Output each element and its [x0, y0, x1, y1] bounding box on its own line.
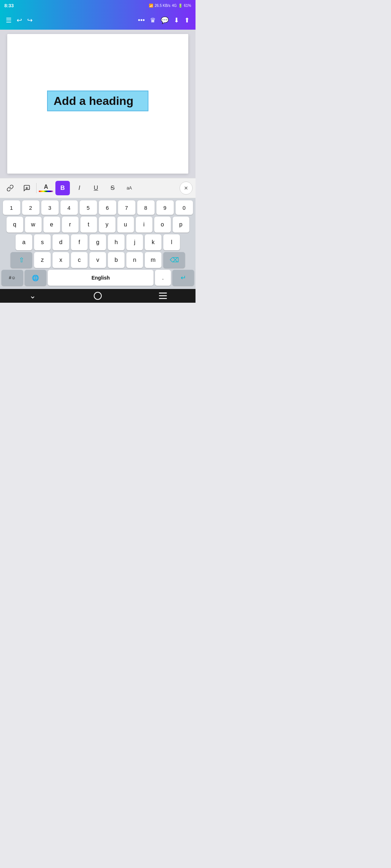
- nav-menu-button[interactable]: [152, 289, 174, 303]
- enter-key[interactable]: ↵: [172, 270, 194, 286]
- nav-home-icon: [94, 292, 102, 300]
- signal-icon: 📶: [149, 4, 153, 8]
- spacebar[interactable]: English: [48, 270, 154, 286]
- row-bottom: #☺ 🌐 English . ↵: [1, 270, 194, 286]
- strike-label: S: [110, 184, 114, 192]
- key-r[interactable]: r: [62, 217, 79, 233]
- key-4[interactable]: 4: [60, 200, 78, 215]
- status-time: 8:33: [4, 3, 14, 8]
- row-asdf: a s d f g h j k l: [1, 234, 194, 250]
- key-n[interactable]: n: [126, 252, 143, 268]
- key-7[interactable]: 7: [118, 200, 135, 215]
- number-row: 1 2 3 4 5 6 7 8 9 0: [1, 200, 194, 215]
- key-o[interactable]: o: [154, 217, 171, 233]
- key-8[interactable]: 8: [137, 200, 155, 215]
- key-5[interactable]: 5: [80, 200, 97, 215]
- document-page[interactable]: Add a heading: [7, 34, 188, 174]
- backspace-key[interactable]: ⌫: [163, 252, 185, 268]
- nav-down-icon: ⌄: [29, 291, 36, 301]
- redo-icon[interactable]: ↪: [27, 16, 33, 24]
- shift-key[interactable]: ⇧: [10, 252, 32, 268]
- color-gradient: [39, 191, 53, 192]
- speed-indicator: 26.5 KB/s: [155, 4, 170, 8]
- underline-button[interactable]: U: [89, 181, 103, 195]
- status-bar: 8:33 📶 26.5 KB/s 4G 🔋 61%: [0, 0, 196, 11]
- underline-label: U: [94, 184, 98, 192]
- key-m[interactable]: m: [145, 252, 161, 268]
- key-f[interactable]: f: [71, 234, 88, 250]
- heading-container[interactable]: Add a heading: [47, 91, 148, 111]
- key-2[interactable]: 2: [22, 200, 39, 215]
- download-icon[interactable]: ⬇: [174, 16, 179, 24]
- bottom-nav: ⌄: [0, 289, 196, 303]
- key-i[interactable]: i: [136, 217, 152, 233]
- key-z[interactable]: z: [34, 252, 51, 268]
- color-a-label: A: [44, 184, 48, 190]
- link-button[interactable]: [3, 181, 17, 195]
- emoji-key[interactable]: #☺: [1, 270, 23, 286]
- close-icon: ✕: [184, 185, 188, 191]
- key-y[interactable]: y: [99, 217, 115, 233]
- key-b[interactable]: b: [108, 252, 125, 268]
- key-3[interactable]: 3: [41, 200, 59, 215]
- key-l[interactable]: l: [163, 234, 180, 250]
- comment-add-button[interactable]: [20, 181, 34, 195]
- svg-rect-4: [159, 298, 167, 299]
- key-c[interactable]: c: [71, 252, 88, 268]
- more-icon[interactable]: •••: [138, 17, 145, 24]
- key-9[interactable]: 9: [156, 200, 174, 215]
- share-icon[interactable]: ⬆: [184, 16, 190, 24]
- bold-button[interactable]: B: [55, 181, 70, 195]
- italic-label: I: [79, 184, 80, 192]
- key-t[interactable]: t: [80, 217, 97, 233]
- status-indicators: 📶 26.5 KB/s 4G 🔋 61%: [149, 4, 191, 8]
- crown-icon[interactable]: ♛: [150, 16, 156, 24]
- key-k[interactable]: k: [145, 234, 161, 250]
- key-j[interactable]: j: [126, 234, 143, 250]
- canvas-area: Add a heading: [0, 30, 196, 178]
- svg-rect-3: [159, 295, 167, 297]
- menu-icon[interactable]: ☰: [6, 16, 12, 24]
- case-label: aA: [127, 186, 132, 191]
- key-e[interactable]: e: [43, 217, 60, 233]
- period-key[interactable]: .: [155, 270, 171, 286]
- svg-rect-2: [159, 293, 167, 294]
- comment-icon[interactable]: 💬: [161, 16, 169, 24]
- toolbar-left: ☰ ↩ ↪: [6, 16, 33, 24]
- key-w[interactable]: w: [25, 217, 42, 233]
- battery-percent: 61%: [184, 4, 191, 8]
- key-g[interactable]: g: [89, 234, 106, 250]
- key-v[interactable]: v: [89, 252, 106, 268]
- key-d[interactable]: d: [52, 234, 69, 250]
- row-qwerty: q w e r t y u i o p: [1, 217, 194, 233]
- strikethrough-button[interactable]: S: [105, 181, 120, 195]
- undo-icon[interactable]: ↩: [17, 16, 22, 24]
- key-s[interactable]: s: [34, 234, 51, 250]
- key-0[interactable]: 0: [176, 200, 193, 215]
- top-toolbar: ☰ ↩ ↪ ••• ♛ 💬 ⬇ ⬆: [0, 11, 196, 30]
- key-1[interactable]: 1: [3, 200, 20, 215]
- nav-menu-icon: [159, 293, 167, 299]
- italic-button[interactable]: I: [72, 181, 87, 195]
- bold-label: B: [60, 184, 65, 192]
- key-x[interactable]: x: [52, 252, 69, 268]
- key-p[interactable]: p: [173, 217, 189, 233]
- nav-home-button[interactable]: [87, 289, 109, 303]
- text-color-button[interactable]: A: [39, 181, 53, 195]
- case-button[interactable]: aA: [122, 181, 136, 195]
- key-h[interactable]: h: [108, 234, 125, 250]
- nav-down-button[interactable]: ⌄: [22, 289, 43, 303]
- key-u[interactable]: u: [117, 217, 134, 233]
- key-q[interactable]: q: [7, 217, 23, 233]
- key-a[interactable]: a: [16, 234, 32, 250]
- battery-indicator: 🔋: [178, 4, 182, 8]
- toolbar-divider: [36, 183, 37, 193]
- key-6[interactable]: 6: [99, 200, 116, 215]
- network-icon: 4G: [172, 4, 177, 8]
- globe-key[interactable]: 🌐: [25, 270, 46, 286]
- toolbar-right: ••• ♛ 💬 ⬇ ⬆: [138, 16, 190, 24]
- row-zxcv: ⇧ z x c v b n m ⌫: [1, 252, 194, 268]
- keyboard: 1 2 3 4 5 6 7 8 9 0 q w e r t y u i o p …: [0, 198, 196, 289]
- close-formatting-button[interactable]: ✕: [180, 182, 193, 195]
- heading-text[interactable]: Add a heading: [54, 94, 133, 108]
